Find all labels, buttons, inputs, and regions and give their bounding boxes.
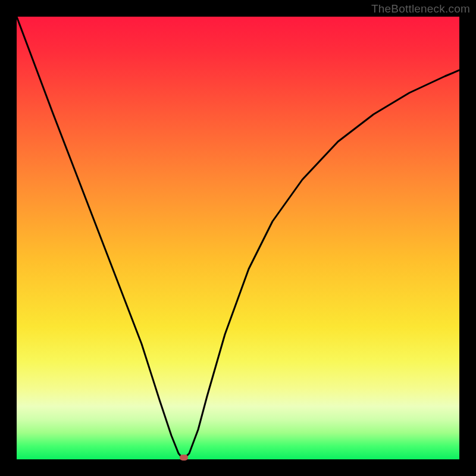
chart-plot-area	[17, 17, 459, 459]
chart-frame: TheBottleneck.com	[0, 0, 476, 476]
bottleneck-curve	[17, 17, 459, 459]
optimal-point-marker	[180, 455, 188, 461]
watermark-text: TheBottleneck.com	[371, 2, 470, 15]
